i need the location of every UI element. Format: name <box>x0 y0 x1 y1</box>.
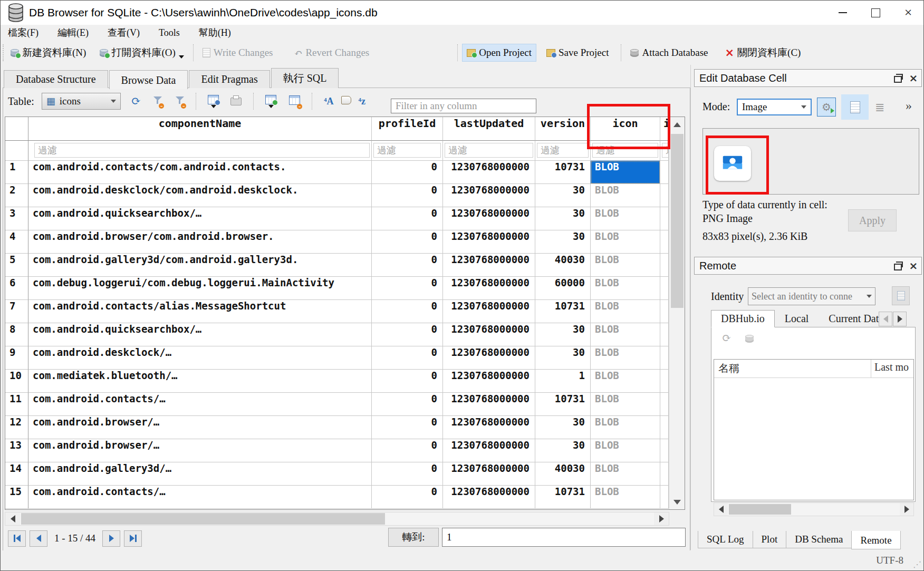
minimize-button[interactable] <box>826 1 859 25</box>
column-header-version[interactable]: version <box>535 117 591 141</box>
cell-componentName[interactable]: com.android.gallery3d/… <box>28 462 372 486</box>
edit-format-a-button[interactable]: ⁴A <box>324 96 333 107</box>
cell-componentName[interactable]: com.android.quicksearchbox/… <box>28 323 372 346</box>
cell-lastUpdated[interactable]: 1230768000000 <box>443 439 535 462</box>
more-tools-button[interactable]: » <box>906 99 912 113</box>
filter-input-lastUpdated[interactable]: 過濾 <box>443 141 535 161</box>
remote-horizontal-scrollbar[interactable] <box>714 502 914 516</box>
cell-icon[interactable]: BLOB <box>591 439 660 462</box>
open-project-button[interactable]: Open Project <box>462 44 536 62</box>
cell-componentName[interactable]: com.android.browser/com.android.browser. <box>28 230 372 254</box>
menu-item-4[interactable]: 幫助(H) <box>191 25 238 40</box>
cell-profileId[interactable]: 0 <box>372 300 443 323</box>
cell-lastUpdated[interactable]: 1230768000000 <box>443 462 535 486</box>
cell-icon[interactable]: BLOB <box>591 207 660 230</box>
cell-lastUpdated[interactable]: 1230768000000 <box>443 323 535 346</box>
refresh-button[interactable]: ⟳ <box>131 95 141 107</box>
last-page-button[interactable] <box>124 530 142 547</box>
mode-selector[interactable]: Image <box>737 99 812 115</box>
column-header-componentName[interactable]: componentName <box>28 117 372 141</box>
cell-profileId[interactable]: 0 <box>372 393 443 416</box>
cell-profileId[interactable]: 0 <box>372 207 443 230</box>
remote-column-name[interactable]: 名稱 <box>714 360 871 378</box>
cell-icon[interactable]: BLOB <box>591 370 660 393</box>
encoding-label[interactable]: UTF-8 <box>876 555 903 566</box>
cell-icon[interactable]: BLOB <box>591 323 660 346</box>
revert-changes-button[interactable]: ↶ Revert Changes <box>289 44 374 62</box>
identity-selector[interactable]: Select an identity to conne <box>748 287 875 305</box>
delete-record-button[interactable]: – <box>289 95 300 107</box>
cell-icon[interactable]: BLOB <box>591 393 660 416</box>
cell-version[interactable]: 30 <box>535 207 591 230</box>
cell-version[interactable]: 10731 <box>535 393 591 416</box>
new-database-button[interactable]: 新建資料庫(N) <box>6 43 91 63</box>
cell-icon[interactable]: BLOB <box>591 254 660 277</box>
goto-record-input[interactable] <box>442 528 686 547</box>
remote-column-lastmodified[interactable]: Last mo <box>871 360 913 378</box>
cell-lastUpdated[interactable]: 1230768000000 <box>443 184 535 207</box>
cell-componentName[interactable]: com.android.contacts/… <box>28 486 372 509</box>
filter-input-version[interactable]: 過濾 <box>535 141 591 161</box>
insert-record-dropdown-icon[interactable] <box>268 105 274 108</box>
cell-profileId[interactable]: 0 <box>372 486 443 509</box>
clear-filters-button[interactable]: – <box>153 96 162 107</box>
save-table-button[interactable] <box>208 95 219 108</box>
cell-lastUpdated[interactable]: 1230768000000 <box>443 486 535 509</box>
cell-componentName[interactable]: com.android.deskclock/… <box>28 346 372 370</box>
remote-tab-local[interactable]: Local <box>775 310 819 327</box>
scroll-down-button[interactable] <box>669 495 685 509</box>
cell-icon[interactable]: BLOB <box>591 277 660 300</box>
cell-version[interactable]: 1 <box>535 370 591 393</box>
cell-version[interactable]: 30 <box>535 346 591 370</box>
cell-lastUpdated[interactable]: 1230768000000 <box>443 161 535 184</box>
scroll-left-button[interactable] <box>714 503 728 516</box>
column-header-lastUpdated[interactable]: lastUpdated <box>443 117 535 141</box>
reference-book-button[interactable] <box>341 96 351 107</box>
cell-profileId[interactable]: 0 <box>372 439 443 462</box>
text-mode-button[interactable] <box>841 94 869 120</box>
cell-componentName[interactable]: com.android.browser/… <box>28 439 372 462</box>
vertical-scrollbar[interactable] <box>669 117 685 509</box>
horizontal-scrollbar[interactable] <box>5 512 669 526</box>
menu-item-0[interactable]: 檔案(F) <box>1 25 46 40</box>
cell-profileId[interactable]: 0 <box>372 161 443 184</box>
cell-version[interactable]: 40030 <box>535 254 591 277</box>
vertical-scrollbar-thumb[interactable] <box>671 134 684 308</box>
cell-icon[interactable]: BLOB <box>591 184 660 207</box>
save-project-button[interactable]: Save Project <box>542 44 614 62</box>
undock-panel-button[interactable] <box>890 74 906 83</box>
word-wrap-button[interactable]: ≣ <box>875 101 884 114</box>
cell-componentName[interactable]: com.android.contacts/… <box>28 393 372 416</box>
apply-button[interactable]: Apply <box>848 209 897 231</box>
cell-profileId[interactable]: 0 <box>372 254 443 277</box>
cell-icon[interactable]: BLOB <box>591 486 660 509</box>
cell-lastUpdated[interactable]: 1230768000000 <box>443 207 535 230</box>
filter-input-profileId[interactable]: 過濾 <box>372 141 443 161</box>
cell-lastUpdated[interactable]: 1230768000000 <box>443 416 535 439</box>
table-selector[interactable]: ▦ icons <box>42 93 121 110</box>
previous-page-button[interactable] <box>30 530 47 547</box>
cell-version[interactable]: 60000 <box>535 277 591 300</box>
cell-componentName[interactable]: com.debug.loggerui/com.debug.loggerui.Ma… <box>28 277 372 300</box>
tab-執行-sql[interactable]: 執行 SQL <box>271 68 339 88</box>
cell-lastUpdated[interactable]: 1230768000000 <box>443 393 535 416</box>
next-page-button[interactable] <box>102 530 120 547</box>
menu-item-3[interactable]: Tools <box>151 26 187 40</box>
dock-divider[interactable] <box>690 65 691 550</box>
cell-componentName[interactable]: com.android.contacts/alias.MessageShortc… <box>28 300 372 323</box>
cell-version[interactable]: 10731 <box>535 300 591 323</box>
tab-scroll-left-button[interactable] <box>879 312 892 326</box>
insert-record-button[interactable] <box>265 95 276 108</box>
scroll-right-button[interactable] <box>654 512 669 525</box>
cell-componentName[interactable]: com.android.contacts/com.android.contact… <box>28 161 372 184</box>
remote-tab-dbhub-io[interactable]: DBHub.io <box>711 310 775 327</box>
cell-profileId[interactable]: 0 <box>372 230 443 254</box>
edit-format-z-button[interactable]: ⁴z <box>359 96 365 107</box>
cell-lastUpdated[interactable]: 1230768000000 <box>443 346 535 370</box>
dock-tab-remote[interactable]: Remote <box>851 531 900 549</box>
column-header-profileId[interactable]: profileId <box>372 117 443 141</box>
cell-icon[interactable]: BLOB <box>591 300 660 323</box>
cell-version[interactable]: 30 <box>535 439 591 462</box>
cell-icon[interactable]: BLOB <box>591 346 660 370</box>
tab-database-structure[interactable]: Database Structure <box>4 70 108 88</box>
